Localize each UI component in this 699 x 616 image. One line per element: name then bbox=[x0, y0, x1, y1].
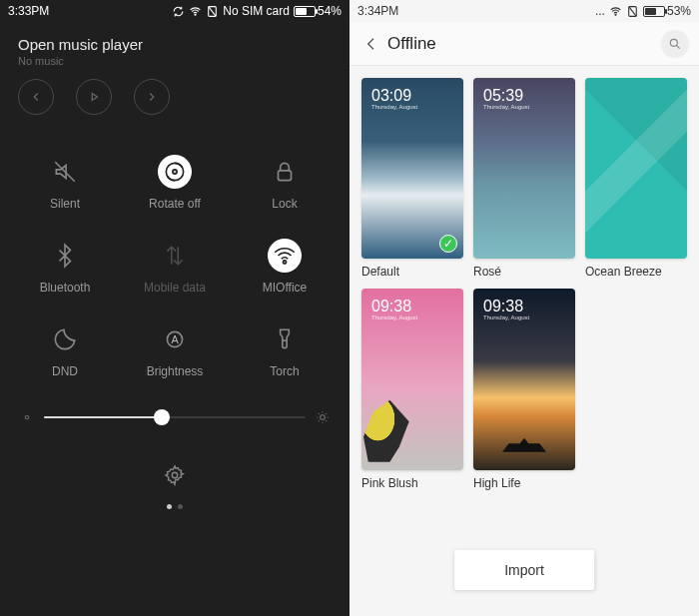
theme-item[interactable]: 09:38Thursday, AugustPink Blush bbox=[361, 289, 463, 489]
more-icon: ... bbox=[595, 4, 605, 18]
toggle-bluetooth[interactable]: Bluetooth bbox=[10, 239, 120, 295]
svg-point-14 bbox=[321, 415, 326, 420]
chevron-left-icon bbox=[363, 36, 379, 52]
dnd-icon bbox=[48, 322, 82, 356]
battery-fill bbox=[645, 8, 656, 15]
thumb-clock: 03:09Thursday, August bbox=[371, 88, 417, 110]
brightness-slider[interactable] bbox=[0, 392, 350, 424]
music-prev-button[interactable] bbox=[18, 79, 54, 115]
sync-icon bbox=[172, 5, 185, 18]
brightness-high-icon bbox=[316, 410, 330, 424]
toggle-label: Rotate off bbox=[149, 197, 201, 211]
svg-point-9 bbox=[283, 261, 286, 264]
toggle-label: MIOffice bbox=[263, 281, 307, 295]
svg-point-18 bbox=[670, 39, 677, 46]
bluetooth-icon bbox=[48, 239, 82, 273]
mobiledata-icon bbox=[158, 239, 192, 273]
status-sim: No SIM card bbox=[223, 4, 290, 18]
theme-name: Pink Blush bbox=[361, 476, 463, 490]
theme-item[interactable]: 05:39Thursday, AugustRosé bbox=[473, 78, 575, 279]
status-bar: 3:33PM No SIM card 54% bbox=[0, 0, 350, 22]
music-next-button[interactable] bbox=[134, 79, 170, 115]
toggle-rotate[interactable]: Rotate off bbox=[120, 155, 230, 211]
svg-point-13 bbox=[25, 415, 29, 419]
theme-thumbnail[interactable]: 09:38Thursday, August bbox=[473, 289, 575, 469]
status-time: 3:33PM bbox=[8, 4, 49, 18]
toggle-label: Mobile data bbox=[144, 281, 206, 295]
battery-indicator: 54% bbox=[294, 4, 342, 18]
svg-point-0 bbox=[195, 14, 196, 15]
silent-icon bbox=[48, 155, 82, 189]
wifi-icon bbox=[189, 5, 202, 18]
toggle-wifi[interactable]: MIOffice bbox=[230, 239, 340, 295]
toggle-brightness[interactable]: ABrightness bbox=[120, 322, 230, 378]
status-icons: No SIM card 54% bbox=[172, 4, 342, 18]
theme-item[interactable]: 09:38Thursday, AugustHigh Life bbox=[473, 289, 575, 489]
toggle-dnd[interactable]: DND bbox=[10, 322, 120, 378]
status-time: 3:34PM bbox=[357, 4, 398, 18]
theme-thumbnail[interactable]: 03:09Thursday, August✓ bbox=[361, 78, 463, 259]
theme-name: Default bbox=[361, 265, 463, 279]
no-sim-icon bbox=[206, 5, 219, 18]
battery-fill bbox=[296, 8, 307, 15]
selected-check-icon: ✓ bbox=[439, 235, 457, 253]
wifi-icon bbox=[609, 5, 622, 18]
svg-text:A: A bbox=[171, 333, 179, 345]
music-play-button[interactable] bbox=[76, 79, 112, 115]
wifi-icon bbox=[268, 239, 302, 273]
svg-line-3 bbox=[55, 162, 75, 182]
toggle-label: Silent bbox=[50, 197, 80, 211]
svg-point-16 bbox=[615, 14, 616, 15]
brightness-icon: A bbox=[158, 322, 192, 356]
lock-icon bbox=[268, 155, 302, 189]
music-widget: Open music player No music bbox=[0, 22, 350, 121]
theme-item[interactable]: Ocean Breeze bbox=[585, 78, 687, 279]
battery-percent: 54% bbox=[318, 4, 342, 18]
left-phone: 3:33PM No SIM card 54% Open music player… bbox=[0, 0, 350, 616]
slider-track[interactable] bbox=[44, 416, 306, 418]
theme-name: Rosé bbox=[473, 265, 575, 279]
toggle-lock[interactable]: Lock bbox=[230, 155, 340, 211]
back-button[interactable] bbox=[359, 36, 383, 52]
torch-icon bbox=[268, 322, 302, 356]
svg-rect-6 bbox=[279, 171, 292, 181]
svg-point-5 bbox=[173, 170, 177, 174]
import-button[interactable]: Import bbox=[454, 550, 594, 590]
theme-name: High Life bbox=[473, 476, 575, 490]
toggle-label: DND bbox=[52, 364, 78, 378]
theme-grid: 03:09Thursday, August✓Default05:39Thursd… bbox=[350, 66, 699, 502]
dot-1 bbox=[167, 504, 172, 509]
theme-thumbnail[interactable]: 05:39Thursday, August bbox=[473, 78, 575, 259]
title-bar: Offline bbox=[350, 22, 699, 66]
no-sim-icon bbox=[626, 5, 639, 18]
toggle-mobiledata[interactable]: Mobile data bbox=[120, 239, 230, 295]
toggle-label: Torch bbox=[270, 364, 299, 378]
music-subtitle: No music bbox=[18, 55, 332, 67]
theme-thumbnail[interactable] bbox=[585, 78, 687, 259]
status-bar: 3:34PM ... 53% bbox=[350, 0, 699, 22]
search-icon bbox=[668, 37, 682, 51]
slider-thumb[interactable] bbox=[154, 409, 170, 425]
battery-percent: 53% bbox=[667, 4, 691, 18]
status-icons: ... 53% bbox=[595, 4, 691, 18]
search-button[interactable] bbox=[661, 30, 689, 58]
theme-name: Ocean Breeze bbox=[585, 265, 687, 279]
svg-marker-2 bbox=[92, 94, 97, 101]
music-title[interactable]: Open music player bbox=[18, 36, 332, 53]
toggle-label: Bluetooth bbox=[40, 281, 91, 295]
slider-fill bbox=[44, 416, 162, 418]
toggle-silent[interactable]: Silent bbox=[10, 155, 120, 211]
thumb-clock: 05:39Thursday, August bbox=[483, 88, 529, 110]
theme-thumbnail[interactable]: 09:38Thursday, August bbox=[361, 289, 463, 469]
settings-icon[interactable] bbox=[164, 464, 186, 486]
thumb-clock: 09:38Thursday, August bbox=[483, 299, 529, 320]
quick-toggles: SilentRotate offLockBluetoothMobile data… bbox=[0, 121, 350, 392]
toggle-label: Brightness bbox=[147, 364, 204, 378]
svg-point-15 bbox=[172, 472, 178, 478]
page-dots bbox=[0, 504, 350, 509]
thumb-clock: 09:38Thursday, August bbox=[371, 299, 417, 320]
theme-item[interactable]: 03:09Thursday, August✓Default bbox=[361, 78, 463, 279]
toggle-torch[interactable]: Torch bbox=[230, 322, 340, 378]
toggle-label: Lock bbox=[272, 197, 297, 211]
brightness-low-icon bbox=[20, 410, 34, 424]
